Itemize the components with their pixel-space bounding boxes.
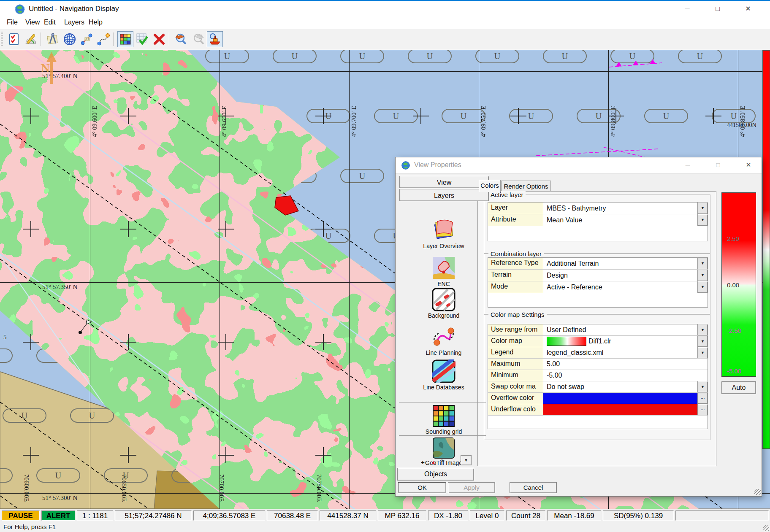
layer-item-label: Background <box>401 312 486 319</box>
maximize-button[interactable]: □ <box>708 1 727 16</box>
color-grid-button[interactable] <box>117 31 133 47</box>
tab-colors[interactable]: Colors <box>479 180 501 192</box>
property-row-swap-color-ma[interactable]: Swap color maDo not swap▼ <box>488 381 708 393</box>
delete-button[interactable] <box>151 31 167 47</box>
property-row-maximum[interactable]: Maximum5.00 <box>488 359 708 370</box>
menu-layers[interactable]: Layers <box>62 18 87 27</box>
property-row-minimum[interactable]: Minimum-5.00 <box>488 370 708 381</box>
layer-item-background[interactable]: Background <box>401 288 486 319</box>
dropdown-arrow-button[interactable]: ▼ <box>697 203 708 214</box>
dropdown-arrow-button[interactable]: ▼ <box>697 336 708 347</box>
line-planning-icon <box>401 325 486 348</box>
side-tab-layers[interactable]: Layers <box>399 189 489 201</box>
property-row-underflow-colo[interactable]: Underflow colo... <box>488 404 708 416</box>
group-combination-layer: Combination layerReference TypeAdditiona… <box>484 254 710 314</box>
layer-item-sounding-grid[interactable]: Sounding grid <box>401 405 486 435</box>
dialog-minimize-button[interactable]: ─ <box>678 157 697 173</box>
layer-item-label: Line Planning <box>401 349 486 356</box>
auto-button[interactable]: Auto <box>721 381 756 394</box>
delete-icon <box>152 32 166 46</box>
drafting-button[interactable] <box>45 31 61 47</box>
menu-file[interactable]: File <box>4 18 20 27</box>
dropdown-arrow-button[interactable]: ▼ <box>697 347 708 358</box>
apply-button[interactable]: Apply <box>448 482 495 493</box>
status-mean: Mean -18.69 <box>547 510 601 521</box>
toolbar-separator <box>113 32 114 46</box>
enc-icon <box>401 256 486 280</box>
side-tab-view[interactable]: View <box>399 176 489 188</box>
property-value: Design <box>543 270 697 281</box>
property-row-mode[interactable]: ModeActive - Reference▼ <box>488 281 708 293</box>
property-row-use-range-from[interactable]: Use range fromUser Defined▼ <box>488 324 708 336</box>
layer-item-line-databases[interactable]: Line Databases <box>401 359 486 391</box>
cable-area-symbol <box>609 59 662 67</box>
property-row-color-map[interactable]: Color mapDiff1.clr▼ <box>488 336 708 347</box>
color-scale-bar: 2.500.00-2.50-5.00 <box>721 192 756 377</box>
view-properties-dialog[interactable]: View Properties ─ □ ✕ ColorsRender Optio… <box>395 157 762 497</box>
application-window: Untitled - Navigation Display ─ □ ✕ File… <box>0 0 770 532</box>
tab-render-options[interactable]: Render Options <box>501 181 551 192</box>
property-row-layer[interactable]: LayerMBES - Bathymetry▼ <box>488 203 708 214</box>
ellipsis-button[interactable]: ... <box>697 404 708 415</box>
layer-item-layer-overview[interactable]: Layer Overview <box>401 217 486 249</box>
grid-apply-icon <box>136 32 149 46</box>
layer-item-line-planning[interactable]: Line Planning <box>401 325 486 356</box>
property-row-terrain[interactable]: TerrainDesign▼ <box>488 270 708 281</box>
property-row-overflow-color[interactable]: Overflow color... <box>488 393 708 404</box>
layer-overview-icon <box>401 217 486 242</box>
dialog-title-bar[interactable]: View Properties ─ □ ✕ <box>396 157 762 174</box>
color-swatch <box>543 393 697 404</box>
objects-button[interactable]: Objects <box>397 468 474 481</box>
group-title: Color map Settings <box>488 311 547 318</box>
status-bar: PAUSEALERT1 : 118151;57;24.27486 N4;09;3… <box>0 508 770 523</box>
background-icon <box>401 288 486 311</box>
dropdown-arrow-button[interactable]: ▼ <box>697 324 708 335</box>
minimize-button[interactable]: ─ <box>678 1 697 16</box>
property-row-legend[interactable]: Legendlegend_classic.xml▼ <box>488 347 708 359</box>
dialog-close-button[interactable]: ✕ <box>739 157 758 173</box>
toolbar-grip[interactable] <box>1 32 3 47</box>
menu-edit[interactable]: Edit <box>41 18 58 27</box>
property-value: MBES - Bathymetry <box>543 203 697 214</box>
dropdown-arrow-button[interactable]: ▼ <box>697 281 708 293</box>
display-properties-button[interactable] <box>6 31 22 47</box>
property-value: Active - Reference <box>543 281 697 293</box>
menu-view[interactable]: View <box>23 18 42 27</box>
zoom-previous-button[interactable] <box>173 31 189 47</box>
layer-item-enc[interactable]: ENC <box>401 256 486 287</box>
zoom-next-button[interactable] <box>190 31 206 47</box>
property-row-reference-type[interactable]: Reference TypeAdditional Terrain▼ <box>488 258 708 270</box>
new-line-button[interactable]: 6.2 <box>79 31 95 47</box>
property-row-attribute[interactable]: AttributeMean Value▼ <box>488 214 708 226</box>
dropdown-arrow-button[interactable]: ▼ <box>697 270 708 281</box>
new-route-button[interactable] <box>95 31 111 47</box>
grid-apply-button[interactable] <box>134 31 150 47</box>
dropdown-arrow-button[interactable]: ▼ <box>697 214 708 226</box>
ellipsis-button[interactable]: ... <box>697 393 708 404</box>
title-bar[interactable]: Untitled - Navigation Display ─ □ ✕ <box>0 1 770 16</box>
window-resize-grip[interactable] <box>763 525 769 531</box>
layer-item-geotiff-image[interactable]: GeoTiff Image <box>401 437 486 466</box>
close-button[interactable]: ✕ <box>738 1 758 16</box>
menu-help[interactable]: Help <box>86 18 105 27</box>
layer-item-label: Line Databases <box>401 384 486 391</box>
dialog-maximize-button[interactable]: □ <box>708 157 728 173</box>
property-label: Reference Type <box>488 258 543 269</box>
measure-button[interactable] <box>23 31 39 47</box>
cancel-button[interactable]: Cancel <box>510 482 557 493</box>
dialog-resize-grip[interactable] <box>754 489 761 495</box>
dropdown-arrow-button[interactable]: ▼ <box>697 381 708 392</box>
property-label: Color map <box>488 336 543 347</box>
selection-separator-bottom <box>399 435 486 436</box>
property-grid: Use range fromUser Defined▼Color mapDiff… <box>488 324 708 429</box>
vessel-symbol[interactable] <box>275 196 298 215</box>
dialog-globe-icon <box>401 161 410 172</box>
vessel-zoom-button[interactable] <box>207 31 223 47</box>
property-label: Underflow colo <box>488 404 543 415</box>
projection-globe-button[interactable] <box>62 31 78 47</box>
add-object-glyph[interactable]: + <box>421 459 425 466</box>
scroll-down-button[interactable]: ▼ <box>461 455 472 465</box>
triangle-glyph[interactable]: ▲ <box>431 459 436 464</box>
dropdown-arrow-button[interactable]: ▼ <box>697 258 708 269</box>
ok-button[interactable]: OK <box>398 482 446 493</box>
